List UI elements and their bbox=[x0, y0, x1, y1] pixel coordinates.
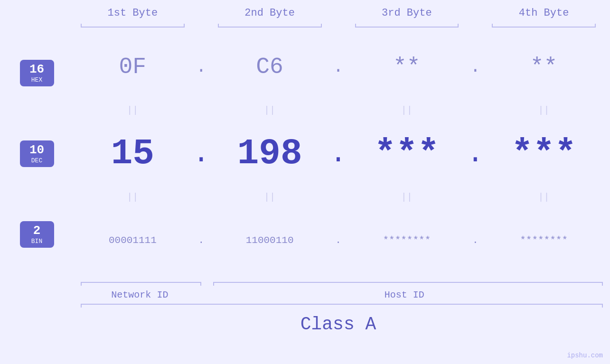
bin-b4: ******** bbox=[485, 235, 603, 246]
dec-b4: *** bbox=[485, 133, 603, 174]
top-brkt-line-3 bbox=[355, 27, 459, 28]
top-brkt-1 bbox=[74, 23, 192, 30]
header-spacer-1 bbox=[192, 7, 211, 19]
eq-row-1: || || || || bbox=[74, 104, 603, 117]
bin-badge: 2 BIN bbox=[20, 221, 54, 248]
dec-badge: 10 DEC bbox=[20, 140, 54, 167]
host-bracket-line bbox=[213, 282, 603, 283]
dec-badge-number: 10 bbox=[20, 143, 54, 157]
top-brkt-4 bbox=[485, 23, 603, 30]
dec-badge-label: DEC bbox=[20, 157, 54, 165]
top-brkt-3 bbox=[348, 23, 466, 30]
eq-1-b2: || bbox=[211, 105, 329, 116]
hex-b4: ** bbox=[485, 54, 603, 80]
labels-col: 16 HEX 10 DEC 2 BIN bbox=[0, 30, 74, 277]
header-spacer-3 bbox=[466, 7, 485, 19]
dec-b1: 15 bbox=[74, 133, 192, 174]
network-bracket-line bbox=[81, 282, 201, 283]
byte4-header: 4th Byte bbox=[485, 7, 603, 19]
top-brkt-line-2 bbox=[218, 27, 322, 28]
top-section: 1st Byte 2nd Byte 3rd Byte 4th Byte bbox=[0, 0, 610, 30]
dec-dot-2: . bbox=[329, 138, 348, 170]
eq-2-b1: || bbox=[74, 192, 192, 203]
top-brkt-line-4 bbox=[492, 27, 596, 28]
hex-badge: 16 HEX bbox=[20, 60, 54, 86]
main-rows: 16 HEX 10 DEC 2 BIN 0F . bbox=[0, 30, 610, 277]
bin-value-row: 00001111 . 11000110 . ******** . bbox=[74, 204, 603, 277]
bottom-section: Network ID Host ID Class A bbox=[0, 277, 610, 337]
page: 1st Byte 2nd Byte 3rd Byte 4th Byte bbox=[0, 0, 610, 364]
bin-b1: 00001111 bbox=[74, 235, 192, 246]
headers-row: 1st Byte 2nd Byte 3rd Byte 4th Byte bbox=[74, 7, 603, 19]
hex-b1: 0F bbox=[74, 54, 192, 80]
hex-b3: ** bbox=[348, 54, 466, 80]
brkt-spacer-3 bbox=[466, 23, 485, 30]
eq-2-b4: || bbox=[485, 192, 603, 203]
eq-row-2: || || || || bbox=[74, 190, 603, 204]
eq-1-b3: || bbox=[348, 105, 466, 116]
host-id-label: Host ID bbox=[206, 289, 603, 300]
hex-badge-number: 16 bbox=[20, 63, 54, 76]
hex-dot-2: . bbox=[329, 57, 348, 77]
full-bracket-area bbox=[74, 304, 603, 311]
eq-2-b2: || bbox=[211, 192, 329, 203]
watermark: ipshu.com bbox=[567, 352, 603, 359]
dec-dot-1: . bbox=[192, 138, 211, 170]
segment-bracket-area bbox=[74, 277, 603, 286]
class-label-row: Class A bbox=[74, 311, 603, 337]
hex-dot-1: . bbox=[192, 57, 211, 77]
values-col: 0F . C6 . ** . ** bbox=[74, 30, 610, 277]
byte2-header: 2nd Byte bbox=[211, 7, 329, 19]
dec-dot-3: . bbox=[466, 138, 485, 170]
top-bracket-row bbox=[74, 23, 603, 30]
network-id-label: Network ID bbox=[74, 289, 206, 300]
hex-b2: C6 bbox=[211, 54, 329, 80]
hex-badge-label: HEX bbox=[20, 76, 54, 84]
top-brkt-2 bbox=[211, 23, 329, 30]
class-label: Class A bbox=[300, 314, 376, 335]
bin-dot-2: . bbox=[329, 235, 348, 246]
full-bracket-line bbox=[81, 304, 603, 305]
bin-dot-1: . bbox=[192, 235, 211, 246]
eq-1-b4: || bbox=[485, 105, 603, 116]
eq-1-b1: || bbox=[74, 105, 192, 116]
bin-badge-number: 2 bbox=[20, 224, 54, 238]
byte3-header: 3rd Byte bbox=[348, 7, 466, 19]
dec-b2: 198 bbox=[211, 133, 329, 174]
dec-b3: *** bbox=[348, 133, 466, 174]
bin-dot-3: . bbox=[466, 235, 485, 246]
brkt-spacer-1 bbox=[192, 23, 211, 30]
hex-value-row: 0F . C6 . ** . ** bbox=[74, 30, 603, 104]
bin-b3: ******** bbox=[348, 235, 466, 246]
dec-value-row: 15 . 198 . *** . *** bbox=[74, 117, 603, 191]
byte1-header: 1st Byte bbox=[74, 7, 192, 19]
brkt-spacer-2 bbox=[329, 23, 348, 30]
hex-dot-3: . bbox=[466, 57, 485, 77]
top-brkt-line-1 bbox=[81, 27, 185, 28]
bin-b2: 11000110 bbox=[211, 235, 329, 246]
eq-2-b3: || bbox=[348, 192, 466, 203]
bin-badge-label: BIN bbox=[20, 238, 54, 245]
header-spacer-2 bbox=[329, 7, 348, 19]
segment-labels-row: Network ID Host ID bbox=[74, 286, 603, 304]
